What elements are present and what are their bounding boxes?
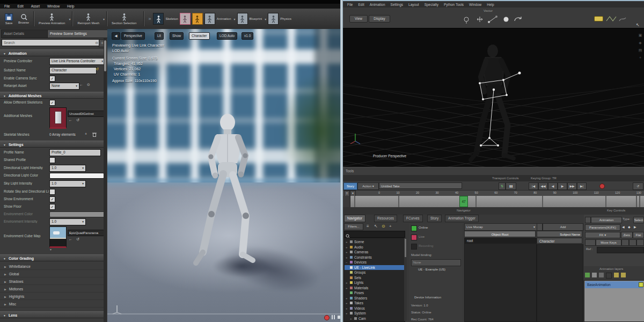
navigator-search-input[interactable] — [344, 231, 405, 238]
story-toggle[interactable]: Story — [343, 182, 357, 190]
caret-down-icon[interactable]: ▾ — [103, 17, 105, 21]
skeleton-asset-button[interactable] — [153, 13, 164, 25]
tree-item[interactable]: +Scene — [346, 239, 401, 245]
shared-profile-checkbox[interactable] — [49, 157, 55, 163]
grading-row-global[interactable]: ▶ Global — [0, 270, 104, 277]
layer-row-baseanimation[interactable]: BaseAnimation — [585, 281, 643, 288]
filters-dropdown[interactable]: Filters... — [344, 223, 363, 230]
transport-loop-button[interactable]: ↺ — [633, 182, 643, 190]
use-selected-icon[interactable]: ← — [69, 118, 72, 122]
tree-item[interactable]: −Devices — [346, 260, 401, 265]
expand-all-icon[interactable]: + — [389, 224, 392, 229]
reset-icon[interactable]: ↺ — [76, 118, 79, 122]
mb-menu-help[interactable]: Help — [487, 3, 494, 6]
key-option-box[interactable] — [585, 239, 596, 246]
tree-item[interactable]: +Cameras — [346, 250, 401, 255]
browse-button[interactable]: Browse — [16, 10, 32, 28]
prev-key-icon[interactable]: ◀ — [622, 225, 625, 229]
enable-camera-checkbox[interactable]: ✓ — [49, 76, 55, 82]
object-row[interactable]: root — [465, 238, 536, 244]
preview-controller-dropdown[interactable]: Live Link Persona Controller▾ — [49, 58, 105, 65]
grading-row-whitebalance[interactable]: ▶ WhiteBalance — [0, 263, 104, 270]
mb-menu-window[interactable]: Window — [469, 3, 481, 6]
tab-resources[interactable]: Resources — [374, 215, 397, 222]
transport-goto-start-button[interactable]: |◀ — [529, 182, 538, 190]
highlight-icon[interactable]: ⊙ — [382, 224, 385, 229]
caret-down-icon[interactable]: ▾ — [265, 17, 266, 21]
viewport-collapse-button[interactable]: ◀ — [112, 32, 120, 40]
save-button[interactable]: Save — [2, 10, 16, 28]
key-diamond-icon[interactable]: ◆ — [628, 225, 631, 229]
tree-item[interactable]: +System — [346, 311, 401, 316]
tree-item[interactable]: Poses — [346, 290, 401, 296]
zero-button[interactable]: Zero — [621, 232, 633, 238]
additional-mesh-asset-button[interactable]: UnusedDiGetInst — [68, 111, 104, 117]
reset-icon[interactable]: ↺ — [96, 67, 99, 71]
layer-visibility-icon[interactable] — [639, 282, 643, 287]
retarget-asset-dropdown[interactable]: None▾ — [49, 83, 79, 90]
directional-light-color-swatch[interactable] — [49, 173, 104, 179]
key-box[interactable] — [621, 239, 629, 246]
ue-viewport[interactable]: ◀ Perspective Lit Show Character LOD Aut… — [107, 29, 340, 322]
live-mocap-dropdown[interactable]: Live Mocap ▾ — [464, 223, 537, 231]
tree-item[interactable]: +Shaders — [346, 296, 401, 301]
action-dropdown[interactable]: Action ▾ — [357, 182, 379, 190]
move-keys-button[interactable]: Move Keys — [596, 239, 621, 246]
layer-icon[interactable] — [599, 273, 604, 277]
transport-goto-end-button[interactable]: ▶| — [577, 182, 587, 190]
section-settings[interactable]: ▼ Settings — [0, 141, 104, 148]
mb-menu-settings[interactable]: Settings — [391, 3, 404, 6]
transport-forward-button[interactable]: ▶▶ — [567, 182, 577, 190]
physics-asset-button[interactable] — [268, 13, 279, 25]
use-selected-icon[interactable]: ← — [79, 83, 83, 86]
section-selection-button[interactable]: Section Selection — [109, 10, 139, 28]
ue-menu-edit[interactable]: Edit — [17, 4, 23, 8]
tree-item-selected[interactable]: UE - LiveLink — [345, 265, 405, 270]
transport-rewind-button[interactable]: ◀◀ — [538, 182, 548, 190]
grading-row-highlights[interactable]: ▶ Highlights — [0, 293, 104, 300]
frame-display-button[interactable]: ▮▮ — [506, 182, 516, 190]
tab-animation-trigger[interactable]: Animation Trigger — [445, 215, 479, 222]
section-lens[interactable]: ▼ Lens — [0, 311, 104, 318]
mb-menu-animation[interactable]: Animation — [370, 3, 385, 6]
tree-item[interactable]: Groups — [346, 270, 401, 275]
subject-row[interactable]: Character — [537, 238, 582, 244]
flat-button[interactable]: Flat — [633, 232, 644, 238]
tree-scrollbar[interactable] — [404, 238, 407, 321]
character-menu-button[interactable]: Character — [189, 32, 210, 40]
mb-menu-edit[interactable]: Edit — [358, 3, 364, 6]
show-menu-button[interactable]: Show — [170, 32, 184, 40]
section-animation[interactable]: ▼ Animation — [0, 49, 104, 56]
environment-intensity-spinner[interactable]: 1.0▾ — [49, 218, 86, 225]
grading-row-midtones[interactable]: ▶ Midtones — [0, 286, 104, 292]
ue-menu-file[interactable]: File — [4, 4, 10, 8]
record-button[interactable] — [324, 315, 330, 320]
grading-row-shadows[interactable]: ▶ Shadows — [0, 278, 104, 285]
tree-item[interactable]: +Videos — [346, 306, 401, 311]
perspective-menu-button[interactable]: Perspective — [121, 32, 145, 40]
add-subject-button[interactable]: Add — [543, 223, 583, 231]
overflow-chevron-icon[interactable]: » — [148, 16, 151, 21]
key-toggle-box[interactable] — [585, 217, 591, 223]
transport-play-button[interactable]: ▶ — [558, 182, 567, 190]
reimport-mesh-button[interactable]: Reimport Mesh — [75, 10, 102, 28]
ref-field[interactable] — [597, 247, 644, 253]
fcurve-icons[interactable] — [605, 15, 630, 23]
reset-icon[interactable]: ↺ — [76, 237, 79, 241]
layer-icon[interactable] — [592, 273, 597, 277]
sky-light-intensity-spinner[interactable]: 1.0▾ — [49, 180, 86, 187]
expander-icon[interactable]: ▼ — [49, 248, 52, 251]
playback-speed-button[interactable]: x1.0 — [241, 32, 253, 40]
tab-fcurves[interactable]: FCurves — [403, 215, 423, 222]
parameters-dropdown[interactable]: Parameters(IK/FK) — [585, 224, 620, 231]
subject-list[interactable] — [537, 244, 583, 322]
fk-dropdown[interactable]: FK ▾ — [585, 232, 620, 238]
layer-icon[interactable] — [606, 273, 612, 279]
display-button[interactable]: Display — [369, 15, 390, 23]
caret-down-icon[interactable]: ▾ — [69, 17, 70, 21]
grading-row-misc[interactable]: ▶ Misc — [0, 301, 104, 308]
ue-menu-help[interactable]: Help — [67, 4, 74, 8]
subject-toggle-box[interactable] — [537, 223, 543, 231]
mb-viewport[interactable]: Producer Perspective ▣◈▤+ — [343, 28, 644, 167]
profile-name-field[interactable]: Profile_0 — [49, 149, 101, 156]
